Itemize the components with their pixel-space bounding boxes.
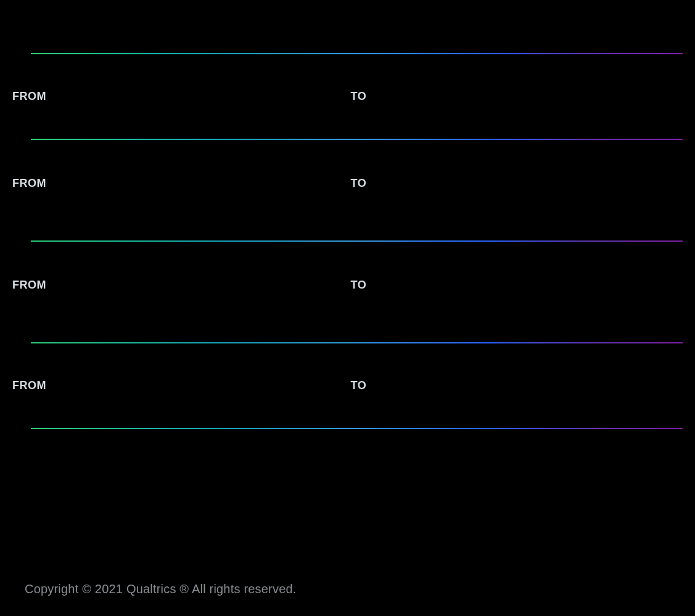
to-cell: TO <box>345 279 683 292</box>
from-cell: FROM <box>12 379 345 392</box>
section-4: FROM TO <box>12 342 683 429</box>
row: FROM TO <box>12 343 683 428</box>
from-label: FROM <box>12 177 46 190</box>
section-3: FROM TO <box>12 240 683 342</box>
to-label: TO <box>351 379 367 392</box>
from-cell: FROM <box>12 177 345 190</box>
to-label: TO <box>351 177 367 190</box>
to-cell: TO <box>345 379 683 392</box>
from-label: FROM <box>12 279 46 292</box>
to-cell: TO <box>345 90 683 103</box>
to-label: TO <box>351 90 367 103</box>
from-cell: FROM <box>12 90 345 103</box>
copyright-footer: Copyright © 2021 Qualtrics ® All rights … <box>25 582 297 596</box>
from-cell: FROM <box>12 279 345 292</box>
divider-line <box>31 428 683 429</box>
row: FROM TO <box>12 54 683 139</box>
to-cell: TO <box>345 177 683 190</box>
from-label: FROM <box>12 90 46 103</box>
row: FROM TO <box>12 140 683 240</box>
to-label: TO <box>351 279 367 292</box>
from-label: FROM <box>12 379 46 392</box>
page-container: FROM TO FROM TO FROM TO <box>0 53 695 429</box>
section-1: FROM TO <box>12 53 683 139</box>
row: FROM TO <box>12 242 683 342</box>
section-2: FROM TO <box>12 139 683 240</box>
